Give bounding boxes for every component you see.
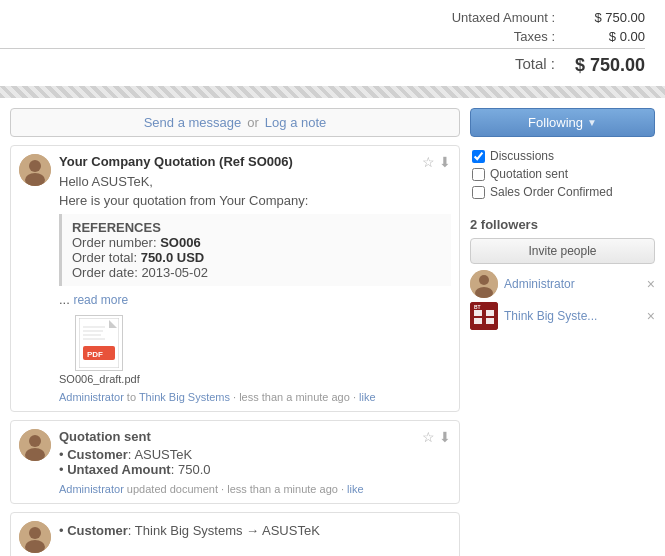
svg-text:BT: BT (474, 304, 481, 310)
untaxed-label: Untaxed Amount : (405, 10, 555, 25)
message-action-icons: ☆ ⬇ (422, 154, 451, 170)
followers-section: 2 followers Invite people Administrator … (470, 217, 655, 330)
message-item-1: Your Company Quotation (Ref SO006) ☆ ⬇ H… (10, 145, 460, 412)
taxes-row: Taxes : $ 0.00 (0, 29, 645, 44)
msg2-footer: Administrator updated document · less th… (59, 483, 451, 495)
svg-rect-9 (83, 330, 103, 332)
sidebar-panel: Following ▼ Discussions Quotation sent S… (470, 108, 655, 334)
customer-value-3: Think Big Systems → ASUSTeK (135, 523, 320, 538)
read-more-link[interactable]: read more (73, 293, 128, 307)
taxes-value: $ 0.00 (565, 29, 645, 44)
msg2-title: Quotation sent (59, 429, 151, 445)
message-footer-1: Administrator to Think Big Systems · les… (59, 391, 451, 403)
pdf-icon: PDF (75, 315, 123, 371)
avatar-msg2 (19, 429, 51, 461)
message-title-1: Your Company Quotation (Ref SO006) (59, 154, 293, 169)
references-box: REFERENCES Order number: SO006 Order tot… (59, 214, 451, 286)
svg-point-19 (479, 275, 489, 285)
msg2-author[interactable]: Administrator (59, 483, 124, 495)
star-icon[interactable]: ☆ (422, 154, 435, 170)
msg2-item-customer: • Customer: ASUSTeK (59, 447, 451, 462)
untaxed-row: Untaxed Amount : $ 750.00 (0, 10, 645, 25)
checkbox-discussions[interactable]: Discussions (472, 149, 653, 163)
quotation-checkbox[interactable] (472, 168, 485, 181)
msg1-to: to (127, 391, 139, 403)
ref-title: REFERENCES (72, 220, 441, 235)
customer-label: Customer (67, 447, 128, 462)
checkbox-quotation[interactable]: Quotation sent (472, 167, 653, 181)
tabs-or: or (247, 115, 259, 130)
msg2-action-icons: ☆ ⬇ (422, 429, 451, 445)
subscription-checkboxes: Discussions Quotation sent Sales Order C… (470, 145, 655, 207)
discussions-label: Discussions (490, 149, 554, 163)
star-icon-2[interactable]: ☆ (422, 429, 435, 445)
ref-order-total: Order total: 750.0 USD (72, 250, 441, 265)
remove-follower-company[interactable]: × (647, 309, 655, 323)
download-icon-2[interactable]: ⬇ (439, 429, 451, 445)
download-icon[interactable]: ⬇ (439, 154, 451, 170)
quotation-label: Quotation sent (490, 167, 568, 181)
msg1-author[interactable]: Administrator (59, 391, 124, 403)
message-item-3: • Customer: Think Big Systems → ASUSTeK (10, 512, 460, 556)
msg2-action: updated document (127, 483, 218, 495)
sales-order-checkbox[interactable] (472, 186, 485, 199)
read-more-line: ... read more (59, 292, 451, 307)
sales-order-label: Sales Order Confirmed (490, 185, 613, 199)
message-header-1: Your Company Quotation (Ref SO006) ☆ ⬇ (59, 154, 451, 170)
msg1-company[interactable]: Think Big Systems (139, 391, 230, 403)
svg-rect-22 (474, 310, 482, 316)
msg1-like[interactable]: like (359, 391, 376, 403)
follower-name-company[interactable]: Think Big Syste... (504, 309, 641, 323)
msg1-line1: Hello ASUSTeK, (59, 174, 451, 189)
send-message-tab[interactable]: Send a message (144, 115, 242, 130)
msg3-items: • Customer: Think Big Systems → ASUSTeK (59, 523, 451, 538)
divider-strip (0, 86, 665, 98)
following-label: Following (528, 115, 583, 130)
customer-label-3: Customer (67, 523, 128, 538)
remove-follower-admin[interactable]: × (647, 277, 655, 291)
ref-order-date: Order date: 2013-05-02 (72, 265, 441, 280)
total-row: Total : $ 750.00 (0, 48, 645, 76)
summary-section: Untaxed Amount : $ 750.00 Taxes : $ 0.00… (0, 0, 665, 86)
amount-value: 750.0 (178, 462, 211, 477)
main-layout: Send a message or Log a note Your Compan… (0, 98, 665, 556)
avatar-msg1 (19, 154, 51, 186)
attachment-pdf[interactable]: PDF SO006_draft.pdf (59, 315, 140, 385)
follower-item-admin: Administrator × (470, 270, 655, 298)
follower-avatar-company: BT (470, 302, 498, 330)
msg2-time: less than a minute ago (227, 483, 338, 495)
msg2-items: • Customer: ASUSTeK • Untaxed Amount: 75… (59, 447, 451, 477)
svg-rect-23 (486, 310, 494, 316)
message-content-1: Your Company Quotation (Ref SO006) ☆ ⬇ H… (59, 154, 451, 403)
svg-point-16 (29, 527, 41, 539)
message-tabs: Send a message or Log a note (10, 108, 460, 137)
follower-name-admin[interactable]: Administrator (504, 277, 641, 291)
svg-point-13 (29, 435, 41, 447)
follower-avatar-admin (470, 270, 498, 298)
msg2-item-amount: • Untaxed Amount: 750.0 (59, 462, 451, 477)
untaxed-value: $ 750.00 (565, 10, 645, 25)
svg-rect-10 (83, 334, 101, 336)
msg1-time: less than a minute ago (239, 391, 350, 403)
msg2-like[interactable]: like (347, 483, 364, 495)
total-label: Total : (405, 55, 555, 76)
amount-label: Untaxed Amount (67, 462, 171, 477)
msg1-line2: Here is your quotation from Your Company… (59, 193, 451, 208)
taxes-label: Taxes : (405, 29, 555, 44)
avatar-msg3 (19, 521, 51, 553)
svg-rect-24 (474, 318, 482, 324)
message-item-2: Quotation sent ☆ ⬇ • Customer: ASUSTeK •… (10, 420, 460, 504)
svg-point-1 (29, 160, 41, 172)
svg-rect-11 (83, 338, 105, 340)
ref-order-number: Order number: SO006 (72, 235, 441, 250)
msg3-item-customer: • Customer: Think Big Systems → ASUSTeK (59, 523, 451, 538)
discussions-checkbox[interactable] (472, 150, 485, 163)
svg-rect-8 (83, 326, 105, 328)
msg3-content: • Customer: Think Big Systems → ASUSTeK (59, 521, 451, 553)
checkbox-sales-order[interactable]: Sales Order Confirmed (472, 185, 653, 199)
following-button[interactable]: Following ▼ (470, 108, 655, 137)
total-value: $ 750.00 (565, 55, 645, 76)
log-note-tab[interactable]: Log a note (265, 115, 326, 130)
following-arrow-icon: ▼ (587, 117, 597, 128)
invite-people-button[interactable]: Invite people (470, 238, 655, 264)
